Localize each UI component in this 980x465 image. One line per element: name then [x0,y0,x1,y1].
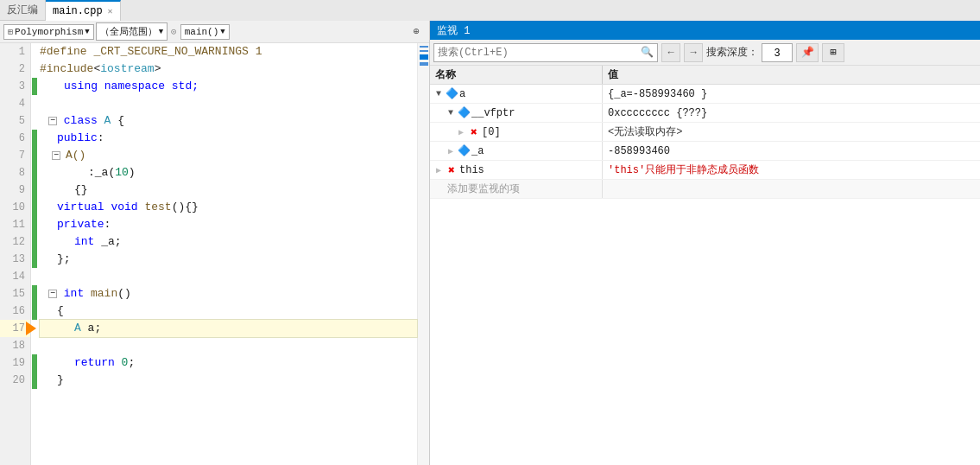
pin-watch-icon[interactable]: 📌 [796,43,819,62]
code-line-14 [40,268,417,285]
expand-a-icon[interactable]: ▼ [433,89,444,99]
watch-row-this[interactable]: ▶ ✖ this 'this'只能用于非静态成员函数 [430,161,980,180]
watch-search-input[interactable] [438,47,641,59]
fold-15[interactable]: − [48,290,57,298]
watch-panel-header: 监视 1 [430,21,980,40]
tab-decompile-label: 反汇编 [7,3,38,17]
watch-row-a[interactable]: ▼ 🔷 a {_a=-858993460 } [430,85,980,104]
tab-decompile[interactable]: 反汇编 [0,0,46,21]
code-line-2: #include<iostream> [40,61,417,78]
scope-label: （全局范围） [100,25,157,38]
close-icon[interactable]: ✕ [108,6,113,16]
col-header-value: 值 [603,66,980,84]
code-line-13: }; [40,251,417,268]
code-editor: ⊞ Polymorphism ▼ （全局范围） ▼ ⊙ main() ▼ ⊕ [0,21,430,465]
tab-bar: 反汇编 main.cpp ✕ [0,0,980,21]
code-line-15: − int main() [40,285,417,303]
obj-a-icon: 🔷 [446,88,458,100]
code-line-18 [40,337,417,354]
code-line-11: private: [40,216,417,233]
watch-panel-title: 监视 1 [437,23,470,38]
scope-dropdown[interactable]: （全局范围） ▼ [96,22,168,41]
error-this-icon: ✖ [446,164,458,176]
watch-value-a: {_a=-858993460 } [603,85,980,103]
polymorphism-dropdown[interactable]: ⊞ Polymorphism ▼ [3,24,94,40]
watch-row-add[interactable]: 添加要监视的项 [430,180,980,199]
grid-watch-icon[interactable]: ⊞ [822,43,844,62]
error-vfptr0-icon: ✖ [468,126,480,138]
watch-value-this: 'this'只能用于非静态成员函数 [603,161,980,179]
watch-panel: 监视 1 🔍 ← → 搜索深度： 📌 ⊞ 名称 值 [430,21,980,465]
watch-row-vfptr0[interactable]: ▶ ✖ [0] <无法读取内存> [430,123,980,142]
watch-name-_a: _a [471,145,484,157]
expand-vfptr0-icon[interactable]: ▶ [456,127,466,137]
code-line-7: − A() [40,147,417,164]
polymorphism-label: Polymorphism [15,27,83,37]
watch-row-_a[interactable]: ▶ 🔷 _a -858993460 [430,142,980,161]
expand-vfptr-icon[interactable]: ▼ [446,108,456,118]
watch-name-vfptr: __vfptr [471,107,515,119]
watch-toolbar: 🔍 ← → 搜索深度： 📌 ⊞ [430,40,980,66]
code-line-5: − class A { [40,112,417,130]
code-line-9: {} [40,182,417,199]
watch-column-headers: 名称 值 [430,66,980,85]
code-line-6: public: [40,130,417,147]
code-line-1: #define _CRT_SECURE_NO_WARNINGS 1 [40,43,417,61]
add-watch-value [603,180,980,198]
fold-7[interactable]: − [52,151,60,160]
main-split: ⊞ Polymorphism ▼ （全局范围） ▼ ⊙ main() ▼ ⊕ [0,21,980,465]
tab-main-cpp[interactable]: main.cpp ✕ [46,0,121,21]
code-line-19: return 0; [40,354,417,372]
code-line-8: :_a(10) [40,164,417,182]
nav-forward-btn[interactable]: → [684,43,703,62]
func-label: main() [185,27,219,37]
obj-_a-icon: 🔷 [458,145,470,157]
add-watch-label: 添加要监视的项 [447,182,520,196]
code-area[interactable]: 1 2 3 4 5 6 7 8 9 10 11 12 13 14 15 16 1 [0,43,429,465]
code-minimap [417,43,429,465]
editor-toolbar: ⊞ Polymorphism ▼ （全局范围） ▼ ⊙ main() ▼ ⊕ [0,21,429,43]
code-line-16: { [40,303,417,320]
tab-main-cpp-label: main.cpp [53,5,103,17]
code-content: #define _CRT_SECURE_NO_WARNINGS 1 #inclu… [38,43,417,465]
watch-value-_a: -858993460 [603,142,980,160]
code-line-17: A a; [40,320,417,337]
watch-name-this: this [459,164,484,176]
fold-5[interactable]: − [48,117,57,125]
code-line-12: int _a; [40,233,417,251]
expand-_a-icon[interactable]: ▶ [446,146,456,156]
watch-name-vfptr0: [0] [482,126,501,138]
code-line-4 [40,95,417,112]
func-dropdown[interactable]: main() ▼ [180,24,230,40]
search-icon: 🔍 [641,46,654,59]
depth-label: 搜索深度： [706,45,758,60]
depth-value-input[interactable] [762,43,793,62]
code-line-20: } [40,372,417,389]
expand-this-icon[interactable]: ▶ [433,165,444,175]
watch-value-vfptr0: <无法读取内存> [603,123,980,141]
nav-back-btn[interactable]: ← [661,43,680,62]
watch-tree: ▼ 🔷 a {_a=-858993460 } ▼ 🔷 __vfptr 0xccc… [430,85,980,465]
watch-value-vfptr: 0xcccccccc {???} [603,104,980,122]
col-header-name: 名称 [430,66,603,84]
code-line-10: virtual void test(){} [40,199,417,216]
breakpoint-bar [31,43,38,465]
watch-name-a: a [459,88,465,100]
pin-icon[interactable]: ⊕ [407,23,426,41]
watch-row-vfptr[interactable]: ▼ 🔷 __vfptr 0xcccccccc {???} [430,104,980,123]
watch-search-box[interactable]: 🔍 [433,43,658,62]
code-line-3: using namespace std; [40,78,417,95]
obj-vfptr-icon: 🔷 [458,107,470,119]
line-numbers: 1 2 3 4 5 6 7 8 9 10 11 12 13 14 15 16 1 [0,43,31,465]
